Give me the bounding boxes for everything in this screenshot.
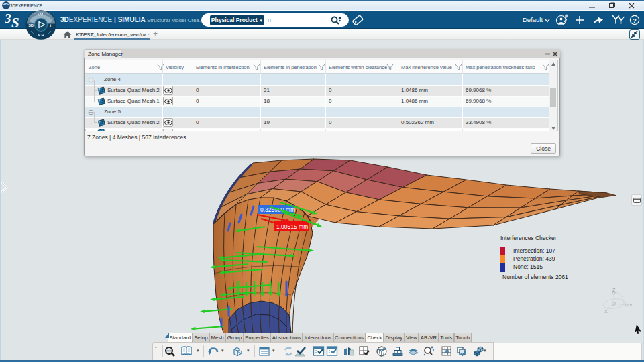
svg-text:3D: 3D — [29, 23, 34, 27]
svg-text:Y: Y — [629, 303, 633, 308]
svg-text:?: ? — [633, 17, 637, 24]
svg-text:S: S — [11, 15, 19, 29]
svg-text:Z: Z — [612, 288, 616, 292]
svg-text:3: 3 — [5, 11, 11, 25]
svg-text:V.R: V.R — [38, 33, 44, 37]
svg-text:1.00515 mm: 1.00515 mm — [276, 223, 308, 230]
svg-text:X: X — [604, 309, 608, 314]
